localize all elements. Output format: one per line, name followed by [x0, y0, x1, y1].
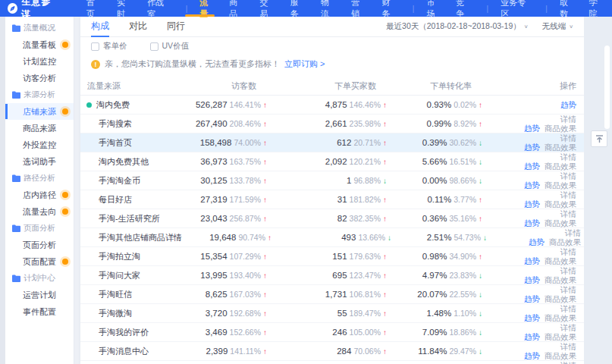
product-effect-link[interactable]: 商品效果	[549, 237, 581, 246]
left-rail	[0, 17, 5, 364]
app-brand[interactable]: 生意参谋	[0, 0, 79, 21]
sidebar-item[interactable]: 运营计划	[5, 287, 74, 303]
trend-link[interactable]: 趋势	[524, 124, 540, 133]
detail-link[interactable]: 详情	[560, 247, 576, 256]
detail-link[interactable]: 详情	[560, 115, 576, 124]
metric-checkbox-item: UV价值	[150, 41, 190, 52]
buyers-change: 96.88%	[353, 176, 381, 185]
detail-link[interactable]: 详情	[560, 190, 576, 199]
table-row: 手淘消息中心 2,399 141.11% ↑ 284 70.06% ↑ 11.8…	[80, 342, 584, 361]
buyers-cell: 2,092 120.21% ↑	[267, 157, 387, 166]
nav-item[interactable]: 服务	[283, 0, 313, 17]
product-effect-link[interactable]: 商品效果	[545, 143, 576, 152]
detail-link[interactable]: 详情	[560, 209, 576, 218]
detail-link[interactable]: 详情	[560, 152, 576, 162]
sidebar-item[interactable]: 店铺来源	[5, 103, 74, 120]
product-effect-link[interactable]: 商品效果	[545, 294, 576, 303]
folder-icon	[12, 174, 20, 182]
subscribe-notice: ! 亲，您尚未订购流量纵横，无法查看更多指标！ 立即订购 >	[91, 58, 573, 70]
sidebar-item[interactable]: 访客分析	[5, 70, 74, 86]
trend-link[interactable]: 趋势	[560, 100, 576, 109]
sidebar-item[interactable]: 流量看板	[5, 36, 74, 53]
visitors-value: 3,469	[206, 328, 228, 337]
sidebar-item[interactable]: 流量去向	[5, 203, 74, 220]
product-effect-link[interactable]: 商品效果	[545, 218, 576, 228]
trend-link[interactable]: 趋势	[524, 199, 540, 209]
nav-item[interactable]: | 流量	[178, 0, 221, 17]
nav-item[interactable]: 学院	[582, 0, 612, 17]
sidebar-item[interactable]: 事件配置	[5, 303, 74, 320]
trend-link[interactable]: 趋势	[524, 351, 540, 360]
subscribe-link[interactable]: 立即订购 >	[284, 58, 325, 70]
detail-link[interactable]: 详情	[565, 228, 581, 237]
detail-link[interactable]: 详情	[560, 304, 576, 313]
conversion-change: 8.92%	[454, 119, 476, 128]
product-effect-link[interactable]: 商品效果	[545, 332, 576, 341]
nav-item[interactable]: 竞争	[448, 0, 479, 17]
nav-item[interactable]: | 取数	[538, 0, 581, 17]
table-header: 流量来源 访客数 下单买家数 下单转化率 操作	[80, 77, 584, 96]
trend-link[interactable]: 趋势	[529, 237, 545, 246]
nav-item[interactable]: 财务	[375, 0, 405, 17]
trend-link[interactable]: 趋势	[524, 218, 540, 228]
product-effect-link[interactable]: 商品效果	[545, 313, 576, 322]
conversion-cell: 7.09% 18.86% ↓	[387, 328, 490, 337]
trend-link[interactable]: 趋势	[524, 332, 540, 341]
nav-item[interactable]: | 业务专区	[479, 0, 538, 17]
detail-link[interactable]: 详情	[560, 266, 576, 275]
metric-checkboxes: 客单价 UV价值	[80, 37, 584, 52]
detail-link[interactable]: 详情	[560, 285, 576, 294]
visitors-cell: 526,287 146.41% ↑	[177, 100, 267, 109]
detail-link[interactable]: 详情	[560, 342, 576, 351]
source-name-cell: 手淘搜索	[86, 118, 177, 130]
nav-item[interactable]: | 市场	[405, 0, 448, 17]
nav-item[interactable]: 营销	[344, 0, 374, 17]
detail-link[interactable]: 详情	[560, 133, 576, 143]
nav-item[interactable]: 物流	[313, 0, 344, 17]
detail-link[interactable]: 详情	[560, 361, 576, 364]
detail-link[interactable]: 详情	[560, 323, 576, 332]
sidebar-item[interactable]: 页面配置	[5, 253, 74, 270]
checkbox[interactable]	[91, 42, 99, 51]
checkbox[interactable]	[150, 42, 158, 51]
trend-link[interactable]: 趋势	[524, 256, 540, 265]
sidebar-item[interactable]: 计划监控	[5, 53, 74, 70]
nav-item[interactable]: 交易	[252, 0, 282, 17]
buyers-change: 20.71%	[353, 138, 381, 147]
nav-item[interactable]: 首页	[79, 0, 109, 17]
nav-item[interactable]: 实时	[109, 0, 140, 17]
trend-link[interactable]: 趋势	[524, 313, 540, 322]
trend-link[interactable]: 趋势	[524, 275, 540, 284]
visitors-change: 146.41%	[230, 100, 261, 109]
visitors-cell: 36,973 163.75% ↑	[177, 157, 267, 166]
product-effect-link[interactable]: 商品效果	[545, 275, 576, 284]
trend-link[interactable]: 趋势	[524, 143, 540, 152]
visitors-value: 267,490	[196, 119, 228, 128]
scrollbar-thumb[interactable]	[604, 46, 610, 129]
product-effect-link[interactable]: 商品效果	[545, 199, 576, 209]
sidebar-item[interactable]: 页面分析	[5, 237, 74, 253]
product-effect-link[interactable]: 商品效果	[545, 124, 576, 133]
folder-icon	[12, 24, 20, 32]
sidebar-item[interactable]: 店内路径	[5, 187, 74, 203]
detail-link[interactable]: 详情	[560, 171, 576, 180]
trend-link[interactable]: 趋势	[524, 162, 540, 171]
product-effect-link[interactable]: 商品效果	[545, 351, 576, 360]
nav-item[interactable]: 商品	[221, 0, 252, 17]
nav-item-label: 取数	[560, 0, 574, 20]
sidebar-item[interactable]: 选词助手	[5, 153, 74, 170]
source-name: 手淘其他店铺商品详情	[99, 232, 182, 243]
terminal-select[interactable]: 无线端 ∨	[542, 21, 573, 32]
sidebar-item[interactable]: 外投监控	[5, 136, 74, 153]
back-to-top-button[interactable]	[591, 130, 607, 147]
product-effect-link[interactable]: 商品效果	[545, 256, 576, 265]
table-row: 手淘搜索 267,490 208.46% ↑ 2,661 235.98% ↑ 0…	[80, 115, 584, 133]
trend-link[interactable]: 趋势	[524, 294, 540, 303]
nav-item[interactable]: 作战室	[140, 0, 177, 17]
product-effect-link[interactable]: 商品效果	[545, 180, 576, 190]
date-range-select[interactable]: 最近30天（2018-02-18~2018-03-19） ∨	[386, 21, 529, 32]
sidebar-item[interactable]: 商品来源	[5, 120, 74, 136]
trend-link[interactable]: 趋势	[524, 180, 540, 190]
product-effect-link[interactable]: 商品效果	[545, 162, 576, 171]
conversion-change: 98.66%	[449, 176, 476, 185]
